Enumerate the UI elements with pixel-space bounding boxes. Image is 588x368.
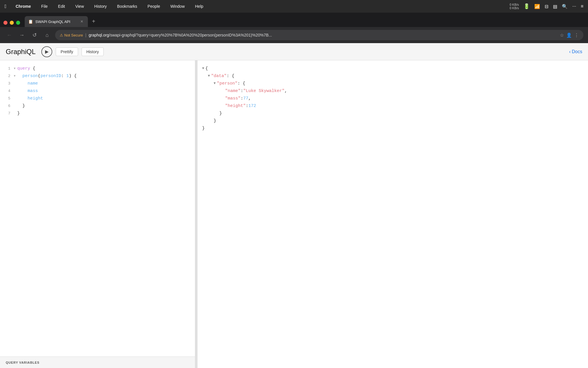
- result-line: "height": 172: [202, 102, 583, 110]
- line-number: 2: [2, 73, 10, 79]
- graphiql-toolbar: GraphiQL ▶ Prettify History ‹ Docs: [0, 43, 588, 60]
- query-panel: 1 ▼ query { 2 ▼ person(personID: 1) {: [0, 60, 195, 368]
- tabbar: 📋 SWAPI GraphQL API × +: [0, 13, 588, 27]
- menu-people[interactable]: People: [145, 3, 163, 10]
- fold-arrow[interactable]: ▼: [202, 66, 204, 71]
- fullscreen-window-button[interactable]: [16, 21, 20, 25]
- code-content: name: [17, 80, 193, 87]
- wifi-icon: 📶: [534, 4, 540, 9]
- address-separator: |: [85, 33, 86, 37]
- result-line: }: [202, 117, 583, 125]
- back-button[interactable]: ←: [5, 30, 14, 40]
- result-panel: ▼ { ▼ "data": { ▼ "person": { "name": "L…: [198, 60, 588, 368]
- menu-view[interactable]: View: [73, 3, 86, 10]
- menubar:  Chrome File Edit View History Bookmark…: [0, 0, 588, 13]
- code-content: }: [17, 110, 193, 117]
- close-window-button[interactable]: [3, 21, 7, 25]
- result-line: ▼ "data": {: [202, 72, 583, 80]
- fold-button: [13, 104, 17, 108]
- code-content: query {: [17, 65, 193, 72]
- menu-extras: ···: [572, 4, 576, 9]
- bookmark-star-icon[interactable]: ☆: [560, 32, 564, 38]
- warning-icon: ⚠: [60, 33, 63, 37]
- menu-history[interactable]: History: [92, 3, 109, 10]
- touch-bar-icon: ≡: [581, 4, 583, 9]
- search-icon[interactable]: 🔍: [562, 4, 568, 9]
- battery-icon: 🔋: [523, 3, 530, 9]
- docs-label: Docs: [572, 49, 582, 54]
- query-variables-label: QUERY VARIABLES: [6, 361, 40, 364]
- result-line: ▼ {: [202, 65, 583, 72]
- tab-label: SWAPI GraphQL API: [35, 20, 77, 24]
- system-icon: ⊟: [545, 4, 548, 9]
- line-number: 1: [2, 66, 10, 72]
- reload-button[interactable]: ↺: [30, 30, 39, 40]
- apple-menu-icon[interactable]: : [5, 3, 7, 9]
- fold-arrow[interactable]: ▼: [208, 73, 210, 79]
- fold-button: [13, 82, 17, 86]
- address-path: /swapi-graphql/?query=query%20%7B%0A%20%…: [109, 33, 272, 37]
- code-line-3: 3 name: [0, 80, 195, 87]
- result-line: }: [202, 110, 583, 117]
- menu-window[interactable]: Window: [168, 3, 187, 10]
- keyword-query: query: [17, 66, 30, 71]
- security-text: Not Secure: [64, 33, 83, 37]
- field-name: person: [22, 74, 38, 78]
- code-line-6: 6 }: [0, 102, 195, 110]
- query-variables-bar[interactable]: QUERY VARIABLES: [0, 356, 195, 368]
- security-warning: ⚠ Not Secure: [60, 33, 83, 37]
- chevron-left-icon: ‹: [569, 49, 570, 54]
- address-field[interactable]: ⚠ Not Secure | graphql.org/swapi-graphql…: [55, 30, 583, 40]
- network-stats: 0 KB/s0 KB/s: [510, 3, 519, 10]
- fold-button[interactable]: ▼: [13, 74, 17, 78]
- result-line: "name": "Luke Skywalker",: [202, 87, 583, 95]
- code-content: mass: [17, 88, 193, 95]
- active-tab[interactable]: 📋 SWAPI GraphQL API ×: [25, 16, 88, 27]
- code-line-1: 1 ▼ query {: [0, 65, 195, 72]
- docs-button[interactable]: ‹ Docs: [569, 49, 582, 54]
- addressbar: ← → ↺ ⌂ ⚠ Not Secure | graphql.org/swapi…: [0, 27, 588, 43]
- play-icon: ▶: [45, 49, 49, 54]
- new-tab-button[interactable]: +: [89, 17, 98, 26]
- line-number: 5: [2, 96, 10, 102]
- line-number: 4: [2, 88, 10, 94]
- home-button[interactable]: ⌂: [42, 30, 52, 40]
- graphiql-main: 1 ▼ query { 2 ▼ person(personID: 1) {: [0, 60, 588, 368]
- code-line-2: 2 ▼ person(personID: 1) {: [0, 72, 195, 80]
- address-url[interactable]: graphql.org/swapi-graphql/?query=query%2…: [89, 33, 558, 37]
- result-line: }: [202, 125, 583, 132]
- fold-button: [13, 112, 17, 116]
- graphiql-logo: GraphiQL: [6, 48, 36, 56]
- code-line-7: 7 }: [0, 110, 195, 117]
- menu-bookmarks[interactable]: Bookmarks: [115, 3, 140, 10]
- prettify-button[interactable]: Prettify: [56, 47, 78, 56]
- fold-button[interactable]: ▼: [13, 67, 17, 71]
- line-number: 3: [2, 81, 10, 87]
- fold-arrow[interactable]: ▼: [214, 81, 216, 86]
- menu-edit[interactable]: Edit: [56, 3, 67, 10]
- address-domain: graphql.org: [89, 33, 109, 37]
- tab-favicon: 📋: [28, 19, 33, 24]
- panel-resizer[interactable]: [195, 60, 198, 368]
- profile-icon[interactable]: 👤: [566, 32, 572, 38]
- code-content: height: [17, 95, 193, 102]
- code-line-5: 5 height: [0, 95, 195, 102]
- query-editor[interactable]: 1 ▼ query { 2 ▼ person(personID: 1) {: [0, 60, 195, 356]
- history-button[interactable]: History: [82, 47, 104, 56]
- tab-close-button[interactable]: ×: [79, 19, 84, 24]
- result-line: ▼ "person": {: [202, 80, 583, 87]
- menu-file[interactable]: File: [39, 3, 50, 10]
- fold-button: [13, 89, 17, 93]
- menu-help[interactable]: Help: [193, 3, 206, 10]
- forward-button[interactable]: →: [17, 30, 26, 40]
- traffic-lights: [3, 21, 20, 25]
- code-line-4: 4 mass: [0, 87, 195, 95]
- menu-chrome[interactable]: Chrome: [13, 3, 33, 10]
- menubar-right: 0 KB/s0 KB/s 🔋 📶 ⊟ ▤ 🔍 ··· ≡: [510, 3, 583, 10]
- result-line: "mass": 77,: [202, 95, 583, 102]
- more-options-icon[interactable]: ⋮: [574, 32, 579, 38]
- minimize-window-button[interactable]: [10, 21, 14, 25]
- fold-button: [13, 97, 17, 101]
- execute-query-button[interactable]: ▶: [41, 46, 52, 57]
- line-number: 6: [2, 103, 10, 109]
